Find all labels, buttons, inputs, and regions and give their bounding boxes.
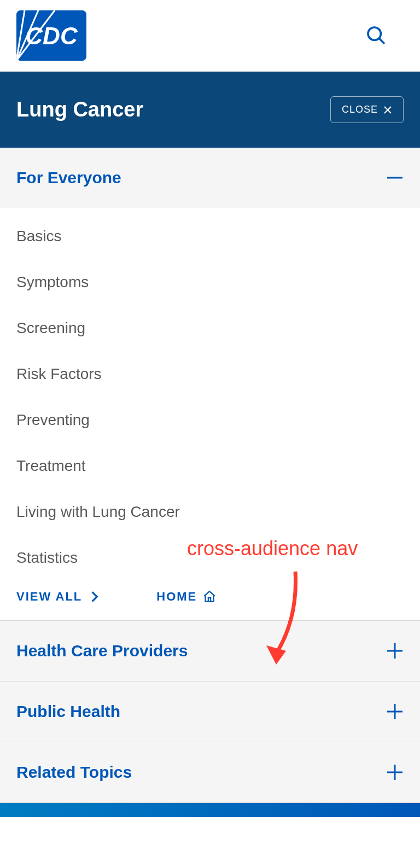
view-all-link[interactable]: VIEW ALL <box>16 590 102 604</box>
menu-item-screening[interactable]: Screening <box>16 305 404 351</box>
plus-icon <box>386 703 404 720</box>
section-title: Health Care Providers <box>16 642 188 660</box>
bottom-gradient-bar <box>0 803 420 817</box>
section-header-public-health[interactable]: Public Health <box>0 681 420 742</box>
minus-icon <box>386 169 404 187</box>
section-health-care-providers: Health Care Providers <box>0 621 420 681</box>
menu-item-living[interactable]: Living with Lung Cancer <box>16 489 404 535</box>
close-label: CLOSE <box>342 104 378 115</box>
section-title: Related Topics <box>16 763 132 782</box>
view-all-label: VIEW ALL <box>16 590 82 604</box>
close-button[interactable]: CLOSE <box>330 96 404 123</box>
menu-item-statistics[interactable]: Statistics <box>16 535 404 581</box>
section-title: Public Health <box>16 702 120 721</box>
home-label: HOME <box>156 590 197 604</box>
section-title: For Everyone <box>16 168 121 187</box>
menu-item-symptoms[interactable]: Symptoms <box>16 259 404 305</box>
menu-item-treatment[interactable]: Treatment <box>16 443 404 489</box>
section-header-related-topics[interactable]: Related Topics <box>0 742 420 802</box>
plus-icon <box>386 642 404 660</box>
page-title: Lung Cancer <box>16 98 143 121</box>
top-header: CDC <box>0 0 420 72</box>
section-for-everyone: For Everyone Basics Symptoms Screening R… <box>0 148 420 621</box>
menu-item-risk-factors[interactable]: Risk Factors <box>16 351 404 397</box>
svg-text:CDC: CDC <box>25 22 78 49</box>
cdc-logo[interactable]: CDC <box>16 10 86 61</box>
menu-item-basics[interactable]: Basics <box>16 213 404 259</box>
svg-point-5 <box>368 27 381 40</box>
menu-list-for-everyone: Basics Symptoms Screening Risk Factors P… <box>0 208 420 620</box>
action-row: VIEW ALL HOME <box>16 581 404 604</box>
close-icon <box>383 106 392 114</box>
home-icon <box>202 590 217 604</box>
section-public-health: Public Health <box>0 681 420 742</box>
section-header-for-everyone[interactable]: For Everyone <box>0 148 420 208</box>
home-link[interactable]: HOME <box>156 590 217 604</box>
chevron-right-icon <box>88 590 102 604</box>
menu-item-preventing[interactable]: Preventing <box>16 397 404 443</box>
search-button[interactable] <box>360 19 393 52</box>
title-bar: Lung Cancer CLOSE <box>0 72 420 148</box>
section-header-health-care-providers[interactable]: Health Care Providers <box>0 621 420 681</box>
plus-icon <box>386 764 404 781</box>
section-related-topics: Related Topics <box>0 742 420 803</box>
svg-line-6 <box>379 38 384 44</box>
